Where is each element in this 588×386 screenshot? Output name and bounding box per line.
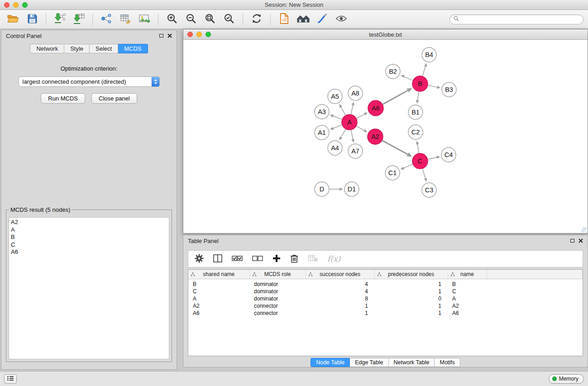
table-row[interactable]: A2connector11A2 (188, 302, 583, 310)
node-B2[interactable]: B2 (386, 64, 400, 79)
table-tab-edge-table[interactable]: Edge Table (350, 358, 388, 367)
close-network-icon[interactable] (187, 32, 193, 37)
node-B3[interactable]: B3 (442, 82, 456, 97)
node-B4[interactable]: B4 (422, 48, 436, 62)
edge-A-A2[interactable] (357, 126, 364, 130)
memory-button[interactable]: Memory (549, 374, 584, 384)
cell-successor-nodes[interactable]: 1 (306, 302, 374, 310)
node-A6[interactable]: A6 (368, 100, 383, 116)
node-A[interactable]: A (342, 114, 357, 130)
show-hide-button[interactable] (333, 12, 350, 27)
edge-B-B3[interactable] (428, 86, 437, 87)
edge-A2-C[interactable] (382, 141, 408, 155)
new-table-button[interactable] (117, 12, 134, 27)
mcds-result-item[interactable]: A (11, 226, 167, 234)
show-panels-button[interactable] (4, 374, 17, 384)
edge-A6-B[interactable] (383, 91, 408, 104)
search-box[interactable] (449, 14, 583, 24)
edge-C-C2[interactable] (417, 144, 419, 153)
table-row[interactable]: A6connector11A6 (188, 310, 583, 317)
mcds-result-list[interactable]: A2ABCA6 (9, 217, 169, 359)
edge-C-C1[interactable] (404, 164, 413, 168)
cell-shared-name[interactable]: A (188, 295, 249, 302)
float-table-panel-icon[interactable] (570, 239, 574, 243)
zoom-fit-button[interactable] (201, 12, 219, 27)
edge-A-A3[interactable] (333, 116, 342, 119)
edge-C-C3[interactable] (422, 169, 425, 178)
cell-shared-name[interactable]: B (188, 279, 249, 288)
cell-name[interactable]: C (448, 288, 487, 295)
mcds-result-item[interactable]: B (11, 234, 167, 241)
cell-shared-name[interactable]: A6 (188, 310, 249, 317)
select-all-button[interactable] (232, 255, 243, 263)
cell-MCDS-role[interactable]: connector (249, 302, 306, 310)
node-C2[interactable]: C2 (408, 125, 423, 139)
cell-predecessor-nodes[interactable]: 1 (374, 302, 448, 310)
edge-B-B4[interactable] (422, 67, 425, 76)
column-header-MCDS-role[interactable]: MCDS role (249, 270, 306, 279)
cell-name[interactable]: A2 (448, 302, 487, 310)
close-table-panel-icon[interactable] (578, 238, 583, 244)
node-B1[interactable]: B1 (408, 105, 423, 119)
control-tab-network[interactable]: Network (30, 44, 64, 53)
table-row[interactable]: Cdominator41C (188, 288, 583, 295)
edge-A-A8[interactable] (351, 105, 353, 114)
cell-MCDS-role[interactable]: connector (249, 310, 306, 317)
node-A7[interactable]: A7 (348, 144, 363, 158)
resize-grip-icon[interactable] (582, 227, 587, 233)
zoom-out-button[interactable] (182, 12, 200, 27)
network-graph[interactable]: B4B2BB3A5A8A6A3B1AA1C2A2A4A7C4CC1C3DD1 (183, 40, 588, 233)
close-window-icon[interactable] (4, 2, 10, 8)
import-network-file-button[interactable] (51, 12, 68, 27)
zoom-window-icon[interactable] (22, 2, 28, 8)
node-A8[interactable]: A8 (348, 86, 363, 100)
close-panel-button[interactable]: Close panel (91, 93, 137, 104)
edge-B-B2[interactable] (404, 76, 413, 81)
node-D[interactable]: D (315, 182, 329, 196)
search-input[interactable] (462, 16, 579, 23)
edge-B-B1[interactable] (417, 92, 419, 100)
cell-shared-name[interactable]: C (188, 288, 249, 295)
node-A5[interactable]: A5 (328, 89, 342, 104)
node-D1[interactable]: D1 (344, 182, 359, 196)
column-header-shared-name[interactable]: shared name (188, 270, 249, 279)
node-A1[interactable]: A1 (315, 125, 329, 140)
open-recent-file-button[interactable] (276, 12, 293, 27)
node-A3[interactable]: A3 (315, 105, 329, 119)
cell-name[interactable]: A (448, 295, 487, 302)
node-A4[interactable]: A4 (328, 141, 342, 155)
node-C4[interactable]: C4 (441, 148, 456, 162)
function-builder-button[interactable]: f(x) (327, 254, 340, 263)
table-row[interactable]: Bdominator41B (188, 279, 583, 288)
float-panel-icon[interactable] (159, 34, 163, 38)
cell-MCDS-role[interactable]: dominator (249, 288, 306, 295)
control-tab-mcds[interactable]: MCDS (118, 44, 148, 53)
node-C1[interactable]: C1 (385, 166, 400, 180)
table-tab-node-table[interactable]: Node Table (311, 358, 350, 367)
cell-predecessor-nodes[interactable]: 1 (374, 310, 448, 317)
first-neighbors-button[interactable] (295, 12, 312, 27)
mcds-result-item[interactable]: C (11, 241, 167, 249)
edge-C-C4[interactable] (428, 157, 437, 159)
deselect-all-button[interactable] (252, 255, 263, 263)
minimize-window-icon[interactable] (13, 2, 19, 8)
minimize-network-icon[interactable] (196, 32, 202, 37)
cell-MCDS-role[interactable]: dominator (249, 279, 306, 288)
node-C[interactable]: C (412, 153, 428, 169)
add-row-button[interactable] (272, 254, 281, 264)
close-panel-icon[interactable] (167, 33, 172, 39)
cell-name[interactable]: B (448, 279, 487, 288)
column-header-name[interactable]: name (448, 270, 487, 279)
edge-A-A7[interactable] (351, 130, 353, 139)
cell-predecessor-nodes[interactable]: 0 (374, 295, 448, 302)
node-table[interactable]: shared nameMCDS rolesuccessor nodesprede… (188, 269, 583, 356)
show-columns-button[interactable] (213, 254, 222, 264)
run-mcds-button[interactable]: Run MCDS (41, 93, 85, 104)
refresh-button[interactable] (248, 12, 265, 27)
column-header-predecessor-nodes[interactable]: predecessor nodes (374, 270, 448, 279)
cell-successor-nodes[interactable]: 1 (306, 310, 374, 317)
edge-A-A6[interactable] (357, 114, 364, 118)
open-session-button[interactable] (5, 12, 22, 27)
cell-shared-name[interactable]: A2 (188, 302, 249, 310)
column-header-successor-nodes[interactable]: successor nodes (306, 270, 374, 279)
